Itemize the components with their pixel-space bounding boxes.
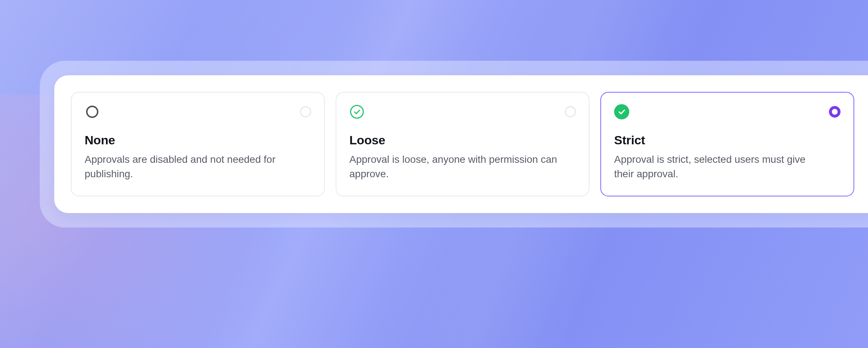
option-card-loose[interactable]: Loose Approval is loose, anyone with per… xyxy=(336,92,590,196)
option-title: Loose xyxy=(349,133,576,147)
radio-indicator[interactable] xyxy=(300,106,311,117)
radio-indicator[interactable] xyxy=(565,106,576,117)
option-title: None xyxy=(85,133,311,147)
option-card-header xyxy=(349,104,576,119)
option-card-header xyxy=(85,104,311,119)
circle-outline-icon xyxy=(85,104,100,119)
option-card-none[interactable]: None Approvals are disabled and not need… xyxy=(71,92,325,196)
radio-indicator[interactable] xyxy=(829,106,841,118)
option-card-strict[interactable]: Strict Approval is strict, selected user… xyxy=(600,92,854,196)
check-circle-outline-icon xyxy=(349,104,365,119)
check-circle-solid-icon xyxy=(614,104,629,119)
option-title: Strict xyxy=(614,133,841,147)
option-description: Approvals are disabled and not needed fo… xyxy=(85,152,298,181)
panel-shell: None Approvals are disabled and not need… xyxy=(40,61,868,228)
approval-options-panel: None Approvals are disabled and not need… xyxy=(54,75,868,213)
option-description: Approval is strict, selected users must … xyxy=(614,152,827,181)
option-card-header xyxy=(614,104,841,119)
option-description: Approval is loose, anyone with permissio… xyxy=(349,152,563,181)
